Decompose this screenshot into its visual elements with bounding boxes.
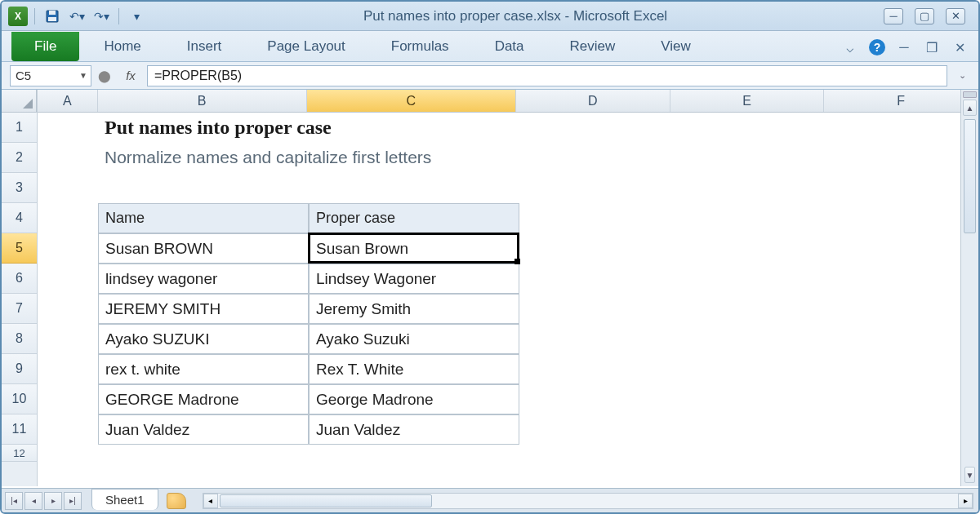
hscroll-left-icon[interactable]: ◂ [203,494,218,508]
new-sheet-icon[interactable] [167,493,186,509]
sheet-tab[interactable]: Sheet1 [91,489,158,510]
excel-app-icon[interactable]: X [8,7,28,26]
row-header-8[interactable]: 8 [2,324,37,354]
cell-proper[interactable]: Rex T. White [309,354,519,384]
row-header-12[interactable]: 12 [2,445,37,462]
undo-icon[interactable]: ↶▾ [66,7,87,26]
formula-input[interactable]: =PROPER(B5) [147,65,947,86]
cell[interactable] [38,354,98,384]
qat-customize-icon[interactable]: ▾ [126,7,147,26]
spreadsheet-grid: 1 2 3 4 5 6 7 8 9 10 11 12 A B C D E F P… [2,90,978,486]
cell-name[interactable]: Susan BROWN [98,233,309,264]
formula-expand-icon[interactable]: ⌄ [954,70,970,81]
sheet-last-icon[interactable]: ▸| [64,492,82,510]
scroll-thumb[interactable] [964,119,976,233]
workbook-minimize-icon[interactable]: ─ [895,38,913,56]
row-header-5[interactable]: 5 [2,233,37,264]
col-header-c[interactable]: C [307,90,516,112]
fx-icon[interactable]: fx [121,66,140,86]
cell-proper[interactable]: George Madrone [309,384,519,414]
cell-subtitle[interactable]: Normalize names and capitalize first let… [98,143,730,173]
col-header-d[interactable]: D [516,90,670,112]
tab-formulas[interactable]: Formulas [391,32,449,61]
sheet-first-icon[interactable]: |◂ [5,492,23,510]
row-header-11[interactable]: 11 [2,414,37,445]
save-icon[interactable] [42,7,63,26]
table-row: JEREMY SMITH Jeremy Smith [38,294,978,324]
cell-name[interactable]: GEORGE Madrone [98,384,309,414]
sheet-nav-buttons: |◂ ◂ ▸ ▸| [2,492,87,510]
grid-columns: A B C D E F Put names into proper case N… [38,90,978,486]
tab-page-layout[interactable]: Page Layout [267,32,345,61]
redo-icon[interactable]: ↷▾ [91,7,112,26]
file-tab[interactable]: File [11,32,79,61]
cell[interactable] [38,233,98,264]
select-all-corner[interactable] [2,90,37,113]
cell-name[interactable]: JEREMY SMITH [98,294,309,324]
name-box[interactable]: C5 ▼ [10,65,91,86]
col-header-a[interactable]: A [38,90,98,112]
vertical-scrollbar[interactable]: ▲ ▼ [960,90,978,486]
tab-insert[interactable]: Insert [187,32,222,61]
cell[interactable] [309,173,519,203]
row-header-2[interactable]: 2 [2,143,37,173]
cells-area[interactable]: Put names into proper case Normalize nam… [38,113,978,445]
cell-name[interactable]: Juan Valdez [98,414,309,445]
horizontal-scrollbar[interactable]: ◂ ▸ [203,493,973,509]
ribbon-tabs: File Home Insert Page Layout Formulas Da… [2,31,978,62]
maximize-button[interactable]: ▢ [915,8,934,24]
cell[interactable] [38,173,98,203]
cell[interactable] [38,143,98,173]
cell[interactable] [98,173,309,203]
cell-proper[interactable]: Susan Brown [309,233,519,264]
row-header-7[interactable]: 7 [2,294,37,324]
minimize-button[interactable]: ─ [884,8,903,24]
help-icon[interactable]: ? [869,39,885,55]
grid-row [38,173,978,203]
formula-bar: C5 ▼ ⬤ fx =PROPER(B5) ⌄ [2,62,978,90]
row-header-1[interactable]: 1 [2,113,37,143]
tab-home[interactable]: Home [104,32,140,61]
cell[interactable] [38,264,98,294]
col-header-f[interactable]: F [824,90,978,112]
split-handle[interactable] [963,91,977,98]
workbook-restore-icon[interactable]: ❐ [923,38,941,56]
row-header-3[interactable]: 3 [2,173,37,203]
name-box-dropdown-icon[interactable]: ▼ [79,71,87,80]
tab-data[interactable]: Data [495,32,524,61]
cell[interactable] [38,384,98,414]
col-header-e[interactable]: E [670,90,825,112]
cell[interactable] [38,203,98,233]
workbook-close-icon[interactable]: ✕ [951,38,969,56]
cell[interactable] [38,294,98,324]
cell-name[interactable]: rex t. white [98,354,309,384]
hscroll-right-icon[interactable]: ▸ [958,494,973,508]
scroll-up-icon[interactable]: ▲ [963,100,977,116]
scroll-down-icon[interactable]: ▼ [964,467,975,483]
cell-name[interactable]: lindsey wagoner [98,264,309,294]
row-header-10[interactable]: 10 [2,384,37,414]
cell[interactable] [38,324,98,354]
close-button[interactable]: ✕ [946,8,965,24]
tab-review[interactable]: Review [570,32,616,61]
cell-name[interactable]: Ayako SUZUKI [98,324,309,354]
table-row: Susan BROWN Susan Brown [38,233,978,264]
cell-proper[interactable]: Juan Valdez [309,414,519,445]
cell[interactable] [38,414,98,445]
row-header-6[interactable]: 6 [2,264,37,294]
cell-proper[interactable]: Ayako Suzuki [309,324,519,354]
cell-proper[interactable]: Lindsey Wagoner [309,264,519,294]
row-header-9[interactable]: 9 [2,354,37,384]
sheet-prev-icon[interactable]: ◂ [24,492,42,510]
table-header-proper[interactable]: Proper case [309,203,519,233]
tab-view[interactable]: View [661,32,691,61]
cell-title[interactable]: Put names into proper case [98,113,730,143]
ribbon-minimize-icon[interactable]: ⌵ [841,38,859,56]
cell-proper[interactable]: Jeremy Smith [309,294,519,324]
hscroll-thumb[interactable] [220,494,432,507]
col-header-b[interactable]: B [98,90,307,112]
sheet-next-icon[interactable]: ▸ [44,492,62,510]
table-header-name[interactable]: Name [98,203,309,233]
cell[interactable] [38,113,98,143]
row-header-4[interactable]: 4 [2,203,37,233]
